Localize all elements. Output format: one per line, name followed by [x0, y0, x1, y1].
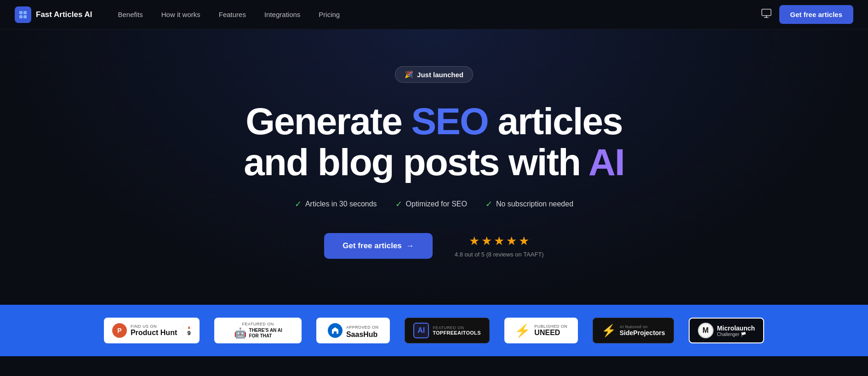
topfreeai-text: Featured on TOPFREEAITOOLS — [433, 325, 481, 336]
badge-text: Just launched — [417, 71, 463, 79]
microlaunch-text: Microlaunch Challenger 🏳️ — [717, 325, 755, 337]
svg-rect-3 — [23, 15, 27, 18]
headline-articles: articles — [488, 100, 622, 142]
star-4: ★ — [506, 234, 517, 248]
sideprojectors-badge[interactable]: ⚡ AI featured on SideProjectors — [593, 318, 674, 343]
ph-count: ▲ 9 — [183, 325, 191, 336]
hero-section: 🎉 Just launched Generate SEO articles an… — [0, 29, 868, 305]
star-2: ★ — [481, 234, 492, 248]
topfreeai-badge[interactable]: AI Featured on TOPFREEAITOOLS — [405, 318, 490, 343]
logo-text: Fast Articles AI — [36, 10, 92, 19]
star-3: ★ — [494, 234, 504, 248]
saashub-text: Approved on SaasHub — [346, 322, 378, 339]
topfreeai-icon: AI — [413, 323, 429, 338]
ph-icon: P — [112, 323, 127, 338]
feature-label-3: No subscription needed — [496, 200, 573, 208]
feature-seo-optimized: ✓ Optimized for SEO — [395, 199, 467, 209]
headline-generate: Generate — [246, 100, 411, 142]
aift-badge[interactable]: FEATURED ON 🤖 THERE'S AN AIFOR THAT — [214, 318, 302, 343]
svg-rect-1 — [23, 11, 27, 14]
svg-rect-4 — [762, 9, 771, 16]
sp-text: AI featured on SideProjectors — [620, 325, 665, 336]
navbar: Fast Articles AI Benefits How it works F… — [0, 0, 868, 29]
check-icon-3: ✓ — [485, 199, 492, 209]
hero-cta-label: Get free articles — [343, 241, 402, 251]
star-1: ★ — [469, 234, 480, 248]
ph-text: FIND US ON Product Hunt — [131, 324, 177, 337]
hero-actions: Get free articles → ★ ★ ★ ★ ★ 4.8 out of… — [324, 233, 543, 259]
svg-rect-2 — [19, 15, 23, 18]
headline-ai: AI — [588, 141, 624, 183]
nav-links: Benefits How it works Features Integrati… — [111, 7, 348, 22]
saashub-badge[interactable]: Approved on SaasHub — [316, 318, 390, 343]
uneed-text: PUBLISHED ON UNEED — [534, 324, 567, 337]
monitor-icon[interactable] — [761, 8, 772, 22]
hero-features: ✓ Articles in 30 seconds ✓ Optimized for… — [295, 199, 573, 209]
nav-right: Get free articles — [761, 5, 853, 24]
hero-cta-button[interactable]: Get free articles → — [324, 233, 433, 259]
headline-blog: and blog posts with — [244, 141, 588, 183]
nav-link-integrations[interactable]: Integrations — [257, 7, 308, 22]
nav-cta-button[interactable]: Get free articles — [779, 5, 853, 24]
check-icon-2: ✓ — [395, 199, 402, 209]
feature-label-1: Articles in 30 seconds — [305, 200, 377, 208]
nav-link-features[interactable]: Features — [211, 7, 253, 22]
nav-link-benefits[interactable]: Benefits — [111, 7, 150, 22]
nav-link-pricing[interactable]: Pricing — [311, 7, 347, 22]
uneed-badge[interactable]: ⚡ PUBLISHED ON UNEED — [504, 318, 578, 343]
product-hunt-badge[interactable]: P FIND US ON Product Hunt ▲ 9 — [104, 318, 200, 343]
saashub-icon — [328, 323, 343, 338]
logo-icon — [15, 6, 31, 23]
microlaunch-icon: M — [698, 323, 714, 338]
uneed-bolt-icon: ⚡ — [514, 323, 531, 338]
logos-band: P FIND US ON Product Hunt ▲ 9 FEATURED O… — [0, 305, 868, 356]
microlaunch-badge[interactable]: M Microlaunch Challenger 🏳️ — [689, 318, 764, 343]
svg-rect-0 — [19, 11, 23, 14]
just-launched-badge: 🎉 Just launched — [395, 66, 473, 83]
star-rating: ★ ★ ★ ★ ★ — [469, 234, 529, 248]
logo[interactable]: Fast Articles AI — [15, 6, 92, 23]
badge-emoji: 🎉 — [405, 70, 413, 79]
nav-left: Fast Articles AI Benefits How it works F… — [15, 6, 347, 23]
nav-link-how-it-works[interactable]: How it works — [154, 7, 208, 22]
rating-text: 4.8 out of 5 (8 reviews on TAAFT) — [455, 251, 544, 258]
rating-block: ★ ★ ★ ★ ★ 4.8 out of 5 (8 reviews on TAA… — [455, 234, 544, 258]
sp-bolt-icon: ⚡ — [601, 324, 616, 338]
headline-seo: SEO — [411, 100, 488, 142]
feature-no-subscription: ✓ No subscription needed — [485, 199, 573, 209]
check-icon-1: ✓ — [295, 199, 302, 209]
hero-headline: Generate SEO articles and blog posts wit… — [244, 101, 624, 182]
star-5: ★ — [519, 234, 529, 248]
feature-articles-speed: ✓ Articles in 30 seconds — [295, 199, 377, 209]
hero-cta-arrow: → — [406, 241, 414, 251]
feature-label-2: Optimized for SEO — [406, 200, 467, 208]
